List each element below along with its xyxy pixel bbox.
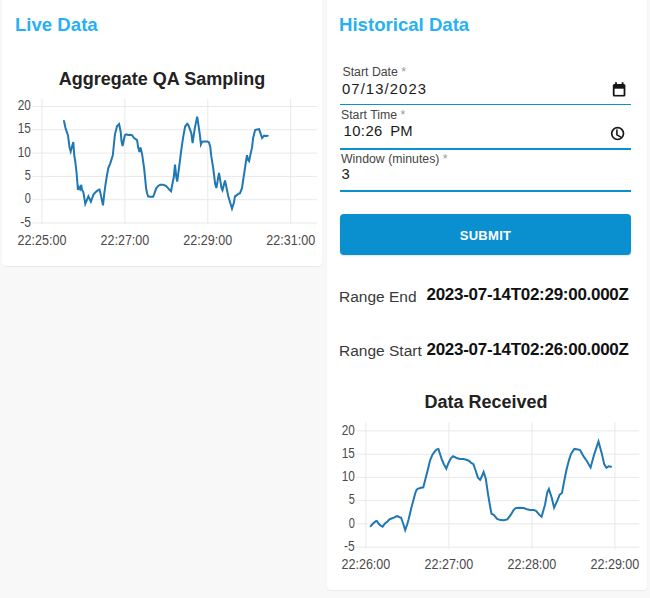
svg-text:22:25:00: 22:25:00 [18,232,67,248]
svg-text:15: 15 [342,444,355,461]
svg-text:-5: -5 [20,213,31,230]
svg-text:-5: -5 [344,537,355,554]
svg-text:22:27:00: 22:27:00 [424,556,473,572]
svg-text:15: 15 [18,119,31,136]
svg-text:22:28:00: 22:28:00 [507,556,556,572]
svg-text:22:31:00: 22:31:00 [266,232,315,248]
svg-text:10: 10 [342,467,355,484]
svg-text:5: 5 [349,490,355,507]
svg-text:22:29:00: 22:29:00 [590,556,639,572]
svg-text:Data Received: Data Received [425,392,548,412]
svg-text:22:27:00: 22:27:00 [100,232,149,248]
svg-text:5: 5 [25,166,31,183]
svg-text:22:29:00: 22:29:00 [183,232,232,248]
svg-text:20: 20 [18,96,31,113]
svg-text:0: 0 [25,189,31,206]
svg-text:10: 10 [18,143,31,160]
svg-text:20: 20 [342,421,355,438]
svg-text:22:26:00: 22:26:00 [341,556,390,572]
svg-text:0: 0 [349,514,355,531]
svg-text:Aggregate QA Sampling: Aggregate QA Sampling [59,69,265,89]
